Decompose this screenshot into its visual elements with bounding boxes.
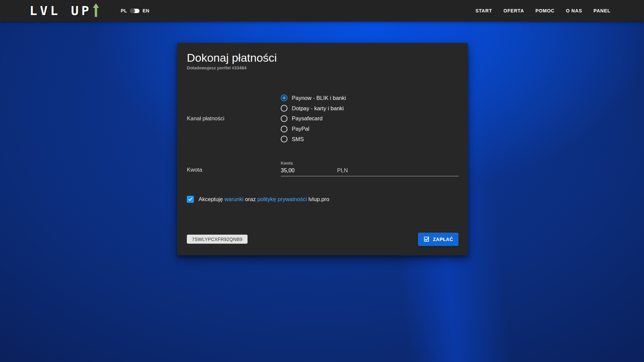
radio-paynow[interactable]: Paynow - BLIK i banki: [281, 93, 459, 103]
payment-channel-label: Kanał płatności: [187, 115, 281, 122]
language-toggle-knob: [130, 8, 135, 13]
radio-sms-label: SMS: [292, 136, 304, 142]
language-toggle[interactable]: [130, 9, 140, 13]
radio-icon: [281, 115, 287, 122]
language-en-label[interactable]: EN: [143, 8, 149, 13]
payment-card: Dokonaj płatności Doładowujesz portfel #…: [177, 43, 468, 255]
terms-middle: oraz: [244, 196, 257, 202]
radio-icon: [281, 105, 287, 112]
nav-item-pomoc[interactable]: POMOC: [535, 8, 554, 13]
privacy-policy-link[interactable]: politykę prywatności: [257, 196, 307, 202]
amount-section-label: Kwota: [187, 161, 281, 176]
currency-label: PLN: [337, 167, 348, 174]
radio-paysafecard[interactable]: Paysafecard: [281, 114, 459, 124]
payment-channel-options: Paynow - BLIK i banki Dotpay - karty i b…: [281, 93, 459, 144]
radio-dotpay[interactable]: Dotpay - karty i banki: [281, 103, 459, 114]
page-title: Dokonaj płatności: [187, 50, 459, 65]
nav-item-panel[interactable]: PANEL: [594, 8, 610, 13]
amount-input-wrapper: Kwota 35,00 PLN: [281, 161, 459, 176]
language-switcher: PL EN: [121, 0, 149, 21]
payment-channel-section: Kanał płatności Paynow - BLIK i banki Do…: [187, 93, 459, 144]
terms-section: Akceptuję warunki oraz politykę prywatno…: [187, 196, 459, 203]
radio-icon: [281, 126, 287, 132]
amount-section: Kwota Kwota 35,00 PLN: [187, 161, 459, 176]
main-nav: START OFERTA POMOC O NAS PANEL: [475, 0, 610, 21]
radio-sms[interactable]: SMS: [281, 134, 459, 144]
logo-up-arrow-icon: [92, 3, 100, 17]
wallet-subtitle: Doładowujesz portfel #33484: [187, 65, 459, 71]
top-navbar: LVL UP PL EN START OFERTA POMOC O NAS PA…: [0, 0, 644, 21]
terms-checkbox[interactable]: [187, 196, 194, 203]
nav-item-o-nas[interactable]: O NAS: [566, 8, 582, 13]
radio-dotpay-label: Dotpay - karty i banki: [292, 105, 344, 112]
check-box-icon: [423, 236, 430, 242]
radio-icon: [281, 95, 287, 101]
terms-link[interactable]: warunki: [224, 196, 244, 202]
logo[interactable]: LVL UP: [30, 3, 100, 18]
logo-text: LVL UP: [30, 3, 92, 18]
nav-item-oferta[interactable]: OFERTA: [503, 8, 524, 13]
pay-button-label: ZAPŁAĆ: [433, 237, 453, 242]
terms-prefix: Akceptuję: [199, 196, 224, 202]
radio-paynow-label: Paynow - BLIK i banki: [292, 95, 346, 101]
check-icon: [188, 197, 193, 202]
nav-item-start[interactable]: START: [475, 8, 492, 13]
transaction-code-chip: 7SWLYPCXFR92QNB9: [187, 235, 248, 244]
amount-input-label: Kwota: [281, 161, 459, 166]
pay-button[interactable]: ZAPŁAĆ: [418, 233, 459, 246]
terms-suffix: lvlup.pro: [307, 196, 329, 202]
radio-paysafecard-label: Paysafecard: [292, 115, 323, 122]
amount-input[interactable]: 35,00: [281, 167, 337, 174]
radio-icon: [281, 136, 287, 142]
terms-text: Akceptuję warunki oraz politykę prywatno…: [199, 196, 329, 202]
radio-paypal-label: PayPal: [292, 126, 309, 132]
language-pl-label[interactable]: PL: [121, 8, 127, 13]
actions-row: 7SWLYPCXFR92QNB9 ZAPŁAĆ: [187, 233, 459, 246]
radio-paypal[interactable]: PayPal: [281, 124, 459, 134]
